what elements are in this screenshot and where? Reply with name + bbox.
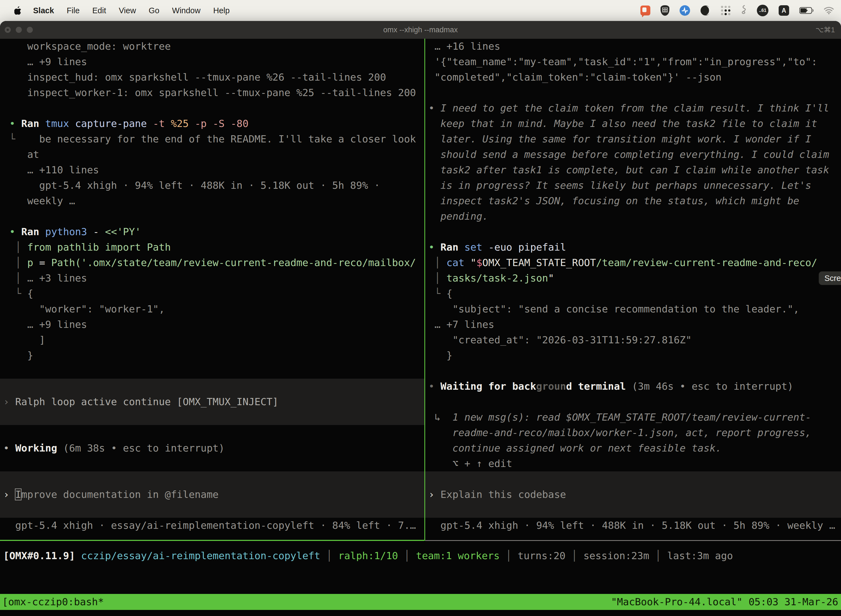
- menu-items: SlackFileEditViewGoWindowHelp: [33, 6, 230, 15]
- terminal-line: "worker": "worker-1",: [0, 301, 424, 317]
- terminal-line: ↳ 1 new msg(s): read $OMX_TEAM_STATE_ROO…: [425, 409, 841, 425]
- terminal-line: workspace_mode: worktree: [0, 39, 424, 54]
- terminal-line: • Ran set -euo pipefail: [425, 239, 841, 255]
- apple-menu-icon[interactable]: [14, 6, 22, 15]
- terminal-line: "created_at": "2026-03-31T11:59:27.816Z": [425, 332, 841, 348]
- terminal-line: … +7 lines: [425, 317, 841, 332]
- right-terminal-pane[interactable]: … +16 lines '{"team_name":"my-team","tas…: [425, 39, 841, 540]
- terminal-line: [0, 363, 424, 378]
- terminal-line: [425, 224, 841, 239]
- terminal-line: › Ralph loop active continue [OMX_TMUX_I…: [0, 394, 424, 409]
- terminal-line: │ from pathlib import Path: [0, 239, 424, 255]
- battery-icon[interactable]: [799, 7, 814, 14]
- terminal-line: [425, 471, 841, 487]
- menu-item-edit[interactable]: Edit: [92, 6, 106, 15]
- terminal-line: │ p = Path('.omx/state/team/review-curre…: [0, 255, 424, 270]
- terminal-line: readme-and-reco/mailbox/worker-1.json, a…: [425, 425, 841, 440]
- terminal-line: └ {: [0, 286, 424, 301]
- squiggle-icon[interactable]: [741, 5, 747, 16]
- terminal-line: ]: [0, 332, 424, 348]
- terminal-line: [425, 394, 841, 409]
- terminal-line: inspect_hud: omx sparkshell --tmux-pane …: [0, 70, 424, 85]
- moon-toggle-icon[interactable]: [700, 5, 711, 16]
- window-titlebar[interactable]: omx --xhigh --madmax ⌥⌘1: [0, 21, 841, 39]
- terminal-line: │ … +3 lines: [0, 270, 424, 286]
- terminal-line: … +16 lines: [425, 39, 841, 54]
- terminal-line: [0, 209, 424, 224]
- terminal-line: • I need to get the claim token from the…: [425, 100, 841, 116]
- screen: { "colors":{ "accent_green":"#5cc23d","b…: [0, 0, 841, 616]
- terminal-line: is in progress? It seems likely but perh…: [425, 178, 841, 193]
- terminal-line: should send a message before completing …: [425, 147, 841, 162]
- terminal-line: gpt-5.4 xhigh · 94% left · 488K in · 5.1…: [425, 518, 841, 533]
- terminal-line: [0, 425, 424, 440]
- pulse-icon[interactable]: [680, 5, 690, 16]
- tmux-status-bar: [omx-cczip0:bash* "MacBook-Pro-44.local"…: [0, 594, 841, 610]
- menu-bar: SlackFileEditViewGoWindowHelp ..61 A: [0, 0, 841, 21]
- menu-status-icons: ..61 A: [640, 0, 834, 21]
- shield-icon[interactable]: [661, 5, 670, 16]
- terminal-line: }: [0, 348, 424, 363]
- terminal-line: at: [0, 147, 424, 162]
- terminal-line: [425, 502, 841, 518]
- menu-item-file[interactable]: File: [67, 6, 80, 15]
- tmux-host-clock: "MacBook-Pro-44.local" 05:03 31-Mar-26: [611, 594, 838, 610]
- terminal-line: [425, 363, 841, 378]
- terminal-line: "completed","claim_token":"claim-token"}…: [425, 70, 841, 85]
- terminal-line: [0, 100, 424, 116]
- terminal-line: [0, 378, 424, 394]
- window-title: omx --xhigh --madmax: [0, 21, 841, 39]
- terminal-line: │ tasks/task-2.json": [425, 270, 841, 286]
- pane-bottom-border-active: [0, 540, 424, 541]
- menu-item-slack[interactable]: Slack: [33, 6, 54, 15]
- menu-item-view[interactable]: View: [119, 6, 136, 15]
- count-badge-icon[interactable]: ..61: [757, 5, 768, 16]
- terminal-line: inspect_worker-1: omx sparkshell --tmux-…: [0, 85, 424, 100]
- keyboard-layout-icon[interactable]: A: [779, 5, 789, 16]
- terminal-line: gpt-5.4 xhigh · 94% left · 488K in · 5.1…: [0, 178, 424, 193]
- terminal-line: [425, 85, 841, 100]
- terminal-line: ⌥ + ↑ edit: [425, 456, 841, 471]
- terminal-line: … +9 lines: [0, 317, 424, 332]
- terminal-line: later. Using the same for transition mig…: [425, 131, 841, 147]
- terminal-line: [0, 502, 424, 518]
- terminal-line: … +110 lines: [0, 162, 424, 178]
- terminal-line: • Ran python3 - <<'PY': [0, 224, 424, 239]
- dots-grid-icon[interactable]: [721, 6, 730, 15]
- menu-item-window[interactable]: Window: [172, 6, 201, 15]
- terminal-line: [0, 409, 424, 425]
- terminal-line: [0, 471, 424, 487]
- screenshot-tooltip: Scre: [819, 271, 841, 285]
- terminal-line: • Ran tmux capture-pane -t %25 -p -S -80: [0, 116, 424, 131]
- window-shortcut: ⌥⌘1: [816, 21, 835, 39]
- pane-bottom-border-inactive: [425, 540, 841, 541]
- terminal-line: task2 after task1 is complete, but can I…: [425, 162, 841, 178]
- terminal-line: └ {: [425, 286, 841, 301]
- chat-app-icon[interactable]: [640, 6, 651, 15]
- terminal-line: … +9 lines: [0, 54, 424, 70]
- terminal-window: omx --xhigh --madmax ⌥⌘1 workspace_mode:…: [0, 21, 841, 616]
- wifi-icon[interactable]: [824, 7, 834, 14]
- terminal-line: › Explain this codebase: [425, 487, 841, 502]
- terminal-line: inspect task2's JSON, focusing on the st…: [425, 193, 841, 209]
- terminal-line: • Waiting for background terminal (3m 46…: [425, 378, 841, 394]
- terminal-line: keep that in mind. Maybe I also need the…: [425, 116, 841, 131]
- terminal-line: "subject": "send a concise recommendatio…: [425, 301, 841, 317]
- terminal-line: │ cat "$OMX_TEAM_STATE_ROOT/team/review-…: [425, 255, 841, 270]
- terminal-line: '{"team_name":"my-team","task_id":"1","f…: [425, 54, 841, 70]
- menu-item-go[interactable]: Go: [149, 6, 160, 15]
- omx-status-line: [OMX#0.11.9] cczip/essay/ai-reimplementa…: [3, 548, 733, 563]
- menu-item-help[interactable]: Help: [213, 6, 230, 15]
- left-terminal-pane[interactable]: workspace_mode: worktree … +9 lines insp…: [0, 39, 424, 540]
- terminal-line: [0, 456, 424, 471]
- tmux-session-label: [omx-cczip0:bash*: [2, 594, 104, 610]
- terminal-line: }: [425, 348, 841, 363]
- terminal-line: weekly …: [0, 193, 424, 209]
- terminal-line: • Working (6m 38s • esc to interrupt): [0, 440, 424, 456]
- terminal-line: continue assigned work or next feasible …: [425, 440, 841, 456]
- terminal-line: › Improve documentation in @filename: [0, 487, 424, 502]
- apple-logo-icon: [14, 6, 22, 15]
- terminal-line: └ be necessary for the end of the README…: [0, 131, 424, 147]
- terminal-line: gpt-5.4 xhigh · essay/ai-reimplementatio…: [0, 518, 424, 533]
- terminal-line: pending.: [425, 209, 841, 224]
